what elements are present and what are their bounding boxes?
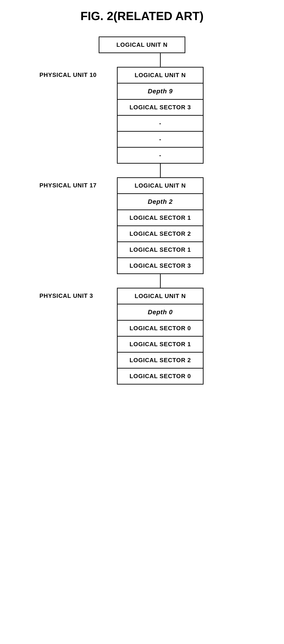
top-logical-unit-box: LOGICAL UNIT N	[99, 36, 185, 53]
unit-row-2-5: LOGICAL SECTOR 0	[118, 368, 203, 384]
unit-row-2-2: LOGICAL SECTOR 0	[118, 321, 203, 336]
physical-row-2: PHYSICAL UNIT 3LOGICAL UNIT NDepth 0LOGI…	[39, 288, 245, 384]
unit-row-0-2: LOGICAL SECTOR 3	[118, 100, 203, 116]
unit-row-1-1: Depth 2	[118, 194, 203, 210]
top-logical-unit-label: LOGICAL UNIT N	[116, 41, 168, 48]
unit-row-2-3: LOGICAL SECTOR 1	[118, 336, 203, 352]
unit-row-2-4: LOGICAL SECTOR 2	[118, 352, 203, 368]
unit-row-0-4: -	[118, 132, 203, 148]
diagram: LOGICAL UNIT N PHYSICAL UNIT 10LOGICAL U…	[0, 36, 284, 384]
unit-row-2-0: LOGICAL UNIT N	[118, 288, 203, 304]
unit-row-1-3: LOGICAL SECTOR 2	[118, 226, 203, 242]
unit-row-0-0: LOGICAL UNIT N	[118, 68, 203, 84]
unit-row-1-4: LOGICAL SECTOR 1	[118, 242, 203, 258]
unit-row-1-5: LOGICAL SECTOR 3	[118, 258, 203, 274]
physical-unit-label-1: PHYSICAL UNIT 17	[39, 182, 97, 189]
physical-row-0: PHYSICAL UNIT 10LOGICAL UNIT NDepth 9LOG…	[39, 67, 245, 164]
unit-box-2: LOGICAL UNIT NDepth 0LOGICAL SECTOR 0LOG…	[117, 288, 204, 384]
physical-row-1: PHYSICAL UNIT 17LOGICAL UNIT NDepth 2LOG…	[39, 177, 245, 274]
unit-row-1-2: LOGICAL SECTOR 1	[118, 210, 203, 226]
page-container: FIG. 2(RELATED ART) LOGICAL UNIT N PHYSI…	[0, 9, 284, 635]
unit-row-1-0: LOGICAL UNIT N	[118, 178, 203, 194]
unit-row-0-1: Depth 9	[118, 84, 203, 100]
unit-row-2-1: Depth 0	[118, 304, 203, 321]
page-title: FIG. 2(RELATED ART)	[80, 9, 204, 23]
physical-unit-label-2: PHYSICAL UNIT 3	[39, 292, 93, 300]
unit-box-1: LOGICAL UNIT NDepth 2LOGICAL SECTOR 1LOG…	[117, 177, 204, 274]
unit-box-0: LOGICAL UNIT NDepth 9LOGICAL SECTOR 3---	[117, 67, 204, 164]
physical-unit-label-0: PHYSICAL UNIT 10	[39, 72, 97, 78]
unit-row-0-3: -	[118, 116, 203, 132]
unit-row-0-5: -	[118, 148, 203, 163]
